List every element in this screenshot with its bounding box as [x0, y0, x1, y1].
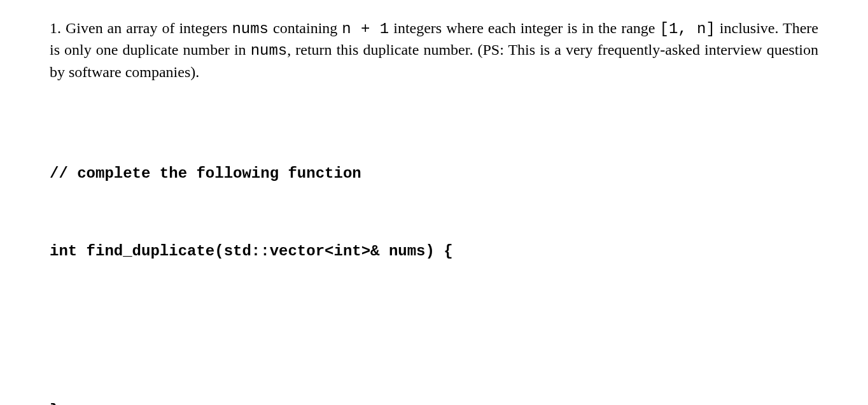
code-function-signature: int find_duplicate(std::vector<int>& num… [50, 239, 818, 265]
code-comment: // complete the following function [50, 161, 818, 187]
code-close-brace: } [50, 398, 818, 405]
inline-code-nums: nums [232, 20, 269, 38]
document-content: 1. Given an array of integers nums conta… [0, 0, 868, 405]
question-text-part: containing [269, 20, 342, 36]
question-text-part: integers where each integer is in the ra… [389, 20, 659, 36]
question-text-part: 1. Given an array of integers [50, 20, 232, 36]
inline-code-expr: n + 1 [342, 20, 389, 38]
code-blank-space [50, 317, 818, 346]
inline-code-nums: nums [251, 42, 288, 59]
question-paragraph: 1. Given an array of integers nums conta… [50, 18, 818, 82]
inline-code-range: [1, n] [660, 20, 715, 38]
code-block: // complete the following function int f… [50, 109, 818, 405]
